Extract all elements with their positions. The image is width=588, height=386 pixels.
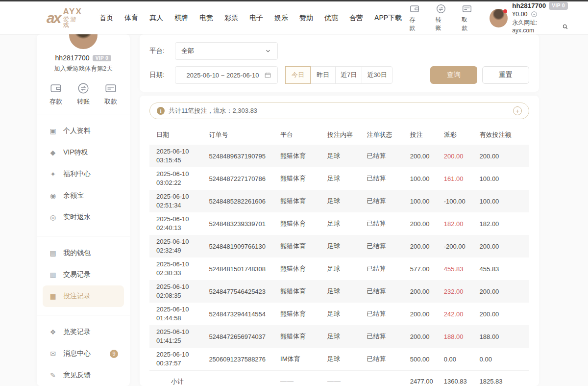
sidebar-item-vip[interactable]: ◆ VIP特权 bbox=[43, 142, 124, 163]
cell-bet-amount: 200.00 bbox=[405, 218, 439, 230]
wallet-icon bbox=[409, 3, 420, 14]
transfer-button[interactable]: 转账 bbox=[428, 3, 454, 32]
cell-bet-content: 足球 bbox=[322, 284, 362, 298]
deposit-button[interactable]: 存款 bbox=[402, 3, 427, 32]
table-row: 2025-06-1002:08:35 5248477546425423 熊猫体育… bbox=[149, 280, 529, 303]
nav-item[interactable]: 首页 bbox=[99, 14, 113, 23]
sidebar-item-bet-records[interactable]: ▦ 投注记录 bbox=[43, 285, 124, 307]
wallet-icon bbox=[49, 82, 62, 95]
cell-order-number: 2506091237588276 bbox=[204, 353, 275, 365]
sidebar-item-rebate[interactable]: ◎ 实时返水 bbox=[43, 206, 124, 228]
menu-item-label: 投注记录 bbox=[63, 292, 91, 301]
balance-value: ¥0.00 bbox=[512, 10, 527, 19]
user-panel: hh2817700 VIP 0 ¥0.00 永久网址: ayx.com bbox=[490, 1, 568, 34]
quick-date-chip[interactable]: 昨日 bbox=[310, 66, 336, 84]
sidebar-item-transactions[interactable]: ▥ 交易记录 bbox=[43, 264, 124, 285]
sidebar-item-feedback[interactable]: ✎ 意见反馈 bbox=[43, 364, 124, 386]
cell-bet-amount: 500.00 bbox=[405, 353, 439, 365]
expand-plus-icon[interactable]: + bbox=[513, 106, 522, 115]
withdraw-button[interactable]: 取款 bbox=[454, 3, 480, 32]
sidebar-item-messages[interactable]: ✉ 消息中心 9 bbox=[43, 343, 124, 364]
cell-bet-amount: 200.00 bbox=[405, 331, 439, 343]
menu-item-icon: ◆ bbox=[49, 149, 57, 156]
sidebar-withdraw-button[interactable]: 取款 bbox=[104, 82, 117, 106]
nav-item[interactable]: 真人 bbox=[149, 14, 163, 23]
cell-order-number: 5248489637190795 bbox=[204, 150, 275, 162]
cell-platform: 熊猫体育 bbox=[275, 262, 322, 276]
sidebar-menu-group-2: ▤ 我的钱包 ▥ 交易记录 ▦ 投注记录 bbox=[37, 240, 130, 307]
sidebar-item-yuebao[interactable]: ◉ 余额宝 bbox=[43, 185, 124, 206]
cell-order-number: 5248477546425423 bbox=[204, 285, 275, 298]
cell-valid-amount: 182.00 bbox=[475, 218, 527, 230]
cell-valid-amount: 0.00 bbox=[475, 353, 527, 365]
cell-status: 已结算 bbox=[362, 239, 405, 253]
quick-date-chip[interactable]: 今日 bbox=[285, 66, 311, 84]
nav-item[interactable]: 娱乐 bbox=[274, 14, 288, 23]
menu-item-icon: ✦ bbox=[49, 170, 57, 178]
table-body: 2025-06-1003:15:45 5248489637190795 熊猫体育… bbox=[149, 145, 529, 370]
sidebar-item-profile[interactable]: ▣ 个人资料 bbox=[43, 120, 124, 142]
logo-sub-text: 爱游戏 bbox=[63, 16, 84, 28]
reset-button[interactable]: 重置 bbox=[482, 66, 529, 84]
sidebar-item-prize-records[interactable]: ❖ 兑奖记录 bbox=[43, 321, 124, 343]
sidebar-item-welfare[interactable]: ✦ 福利中心 bbox=[43, 163, 124, 185]
menu-item-icon: ◎ bbox=[49, 213, 57, 221]
nav-item[interactable]: 电子 bbox=[249, 14, 263, 23]
nav-item[interactable]: APP下载 bbox=[374, 14, 402, 23]
nav-item[interactable]: 彩票 bbox=[224, 14, 238, 23]
cell-bet-amount: 200.00 bbox=[405, 285, 439, 298]
sidebar-withdraw-label: 取款 bbox=[104, 97, 117, 106]
cell-platform: IM体育 bbox=[275, 352, 322, 366]
nav-item[interactable]: 赞助 bbox=[299, 14, 313, 23]
col-header: 有效投注额 bbox=[475, 128, 527, 142]
divider bbox=[37, 315, 130, 315]
date-label: 日期: bbox=[149, 71, 169, 79]
sidebar-item-wallet[interactable]: ▤ 我的钱包 bbox=[43, 242, 124, 264]
sidebar-transfer-label: 转账 bbox=[77, 97, 90, 106]
header: ax AYX 爱游戏 首页体育真人棋牌电竞彩票电子娱乐赞助优惠合营APP下载 存… bbox=[0, 1, 588, 34]
sidebar-username: hh2817700 bbox=[55, 54, 90, 62]
nav-item[interactable]: 电竞 bbox=[199, 14, 213, 23]
subtotal-payout: 1360.83 bbox=[439, 375, 475, 386]
join-days-text: 加入爱游戏体育第2天 bbox=[37, 65, 130, 73]
menu-item-icon: ✉ bbox=[49, 350, 57, 358]
cell-date: 2025-06-1002:08:35 bbox=[151, 280, 204, 302]
cell-bet-content: 足球 bbox=[322, 239, 362, 253]
nav-item[interactable]: 棋牌 bbox=[174, 14, 188, 23]
query-button[interactable]: 查询 bbox=[430, 66, 477, 84]
sidebar-deposit-button[interactable]: 存款 bbox=[49, 82, 62, 106]
cell-status: 已结算 bbox=[362, 149, 405, 163]
menu-item-icon: ✎ bbox=[49, 371, 57, 379]
nav-item[interactable]: 合营 bbox=[349, 14, 363, 23]
calendar-icon bbox=[264, 72, 271, 79]
filter-panel: 平台: 全部 日期: 2025-06-10 ~ 2025-06-10 bbox=[140, 34, 539, 92]
deposit-label: 存款 bbox=[409, 16, 420, 32]
cell-payout: 188.00 bbox=[439, 331, 475, 343]
cell-date: 2025-06-1001:44:58 bbox=[151, 303, 204, 325]
table-row: 2025-06-1002:51:34 5248485282261606 熊猫体育… bbox=[149, 190, 529, 212]
cell-date: 2025-06-1002:30:33 bbox=[151, 257, 204, 280]
sidebar-transfer-button[interactable]: 转账 bbox=[77, 82, 90, 106]
platform-select[interactable]: 全部 bbox=[175, 42, 278, 60]
logo-main-text: AYX bbox=[63, 7, 84, 16]
nav-item[interactable]: 优惠 bbox=[324, 14, 338, 23]
magnifier-icon[interactable] bbox=[562, 24, 568, 30]
cell-bet-content: 足球 bbox=[322, 330, 362, 343]
brand-logo[interactable]: ax AYX 爱游戏 bbox=[47, 7, 84, 28]
sidebar-menu-group-1: ▣ 个人资料 ◆ VIP特权 ✦ 福利中心 ◉ bbox=[37, 118, 130, 228]
balance-refresh-icon[interactable] bbox=[531, 11, 538, 18]
menu-item-label: 实时返水 bbox=[63, 213, 91, 222]
quick-date-chip[interactable]: 近30日 bbox=[362, 66, 392, 84]
cell-date: 2025-06-1000:37:57 bbox=[151, 348, 204, 370]
cell-bet-amount: 100.00 bbox=[405, 173, 439, 185]
cell-order-number: 5248481501748308 bbox=[204, 263, 275, 275]
platform-select-value: 全部 bbox=[181, 47, 265, 55]
cell-bet-content: 足球 bbox=[322, 217, 362, 231]
cell-status: 已结算 bbox=[362, 262, 405, 276]
quick-date-chip[interactable]: 近7日 bbox=[335, 66, 362, 84]
cell-platform: 熊猫体育 bbox=[275, 217, 322, 231]
table-row: 2025-06-1003:15:45 5248489637190795 熊猫体育… bbox=[149, 145, 529, 167]
date-range-input[interactable]: 2025-06-10 ~ 2025-06-10 bbox=[175, 66, 278, 84]
avatar[interactable] bbox=[490, 9, 508, 27]
nav-item[interactable]: 体育 bbox=[124, 14, 138, 23]
